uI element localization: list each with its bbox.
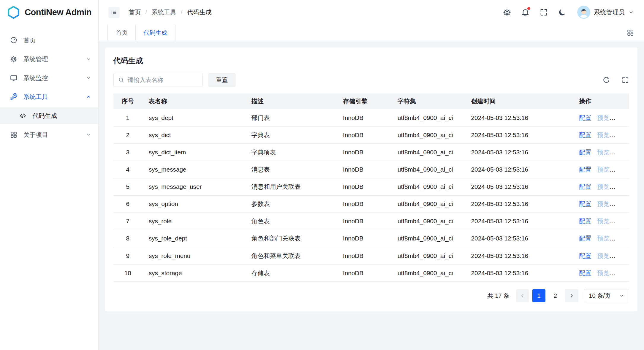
sidebar-item-system-monitor[interactable]: 系统监控 [0,70,98,86]
cell-no: 4 [113,161,142,178]
action-configure-link[interactable]: 配置 [579,114,591,121]
sidebar-item-code-generation[interactable]: 代码生成 [0,107,98,124]
pagination-prev-button[interactable] [516,289,529,302]
breadcrumb-item-home[interactable]: 首页 [129,8,141,16]
app-window: ContiNew Admin 首页 系统管理 [0,0,644,350]
notification-dot [527,7,530,10]
action-generate-link[interactable]: 生成 [615,270,627,276]
settings-button[interactable] [502,8,511,17]
dark-mode-button[interactable] [558,8,567,17]
action-generate-link[interactable]: 生成 [615,252,627,259]
action-configure-link[interactable]: 配置 [579,132,591,138]
fullscreen-icon [539,8,548,17]
action-preview-link[interactable]: 预览 [597,149,609,156]
action-preview-link[interactable]: 预览 [597,183,609,190]
app-logo[interactable]: ContiNew Admin [0,0,98,25]
action-configure-link[interactable]: 配置 [579,200,591,207]
menu-fold-icon [110,9,118,16]
action-configure-link[interactable]: 配置 [579,252,591,259]
action-preview-link[interactable]: 预览 [597,270,609,276]
action-configure-link[interactable]: 配置 [579,183,591,190]
page-size-select[interactable]: 10 条/页 [584,289,629,302]
column-header: 字符集 [391,94,465,109]
cell-no: 7 [113,213,142,230]
cell-name: sys_dict [142,126,245,144]
user-menu[interactable]: 系统管理员 [577,6,634,19]
cell-desc: 消息和用户关联表 [245,178,336,195]
action-generate-link[interactable]: 生成 [615,114,627,121]
cell-charset: utf8mb4_0900_ai_ci [391,178,465,195]
toolbar: 重置 [113,73,629,87]
action-preview-link[interactable]: 预览 [597,132,609,138]
cell-name: sys_message_user [142,178,245,195]
table-container: 序号表名称描述存储引擎字符集创建时间操作 1sys_dept部门表InnoDBu… [113,94,629,282]
sidebar-item-system-management[interactable]: 系统管理 [0,51,98,67]
page-title: 代码生成 [113,56,629,66]
fullscreen-button[interactable] [539,8,548,17]
action-generate-link[interactable]: 生成 [615,149,627,156]
user-name: 系统管理员 [594,8,625,16]
cell-charset: utf8mb4_0900_ai_ci [391,161,465,178]
action-generate-link[interactable]: 生成 [615,200,627,207]
sidebar-item-home[interactable]: 首页 [0,32,98,48]
tab-code-generation[interactable]: 代码生成 [136,25,175,41]
monitor-icon [10,74,18,82]
cell-engine: InnoDB [336,109,391,126]
action-configure-link[interactable]: 配置 [579,149,591,156]
pagination-page-1[interactable]: 1 [532,289,545,302]
table-row: 5sys_message_user消息和用户关联表InnoDButf8mb4_0… [113,178,629,195]
cell-engine: InnoDB [336,178,391,195]
tab-bar: 首页 代码生成 [99,25,644,41]
tabs: 首页 代码生成 [107,25,175,41]
cell-desc: 消息表 [245,161,336,178]
action-preview-link[interactable]: 预览 [597,218,609,224]
action-preview-link[interactable]: 预览 [597,235,609,242]
action-generate-link[interactable]: 生成 [615,218,627,224]
action-generate-link[interactable]: 生成 [615,132,627,138]
table-body: 1sys_dept部门表InnoDButf8mb4_0900_ai_ci2024… [113,109,629,282]
action-generate-link[interactable]: 生成 [615,183,627,190]
notifications-button[interactable] [521,8,530,17]
top-bar: 首页 / 系统工具 / 代码生成 [99,0,644,25]
cell-created: 2024-05-03 12:53:16 [464,213,572,230]
tab-home[interactable]: 首页 [108,25,136,41]
breadcrumb-item-system-tools[interactable]: 系统工具 [152,8,176,16]
avatar [577,6,590,19]
sidebar-collapse-button[interactable] [108,7,119,18]
refresh-button[interactable] [602,76,610,84]
action-preview-link[interactable]: 预览 [597,166,609,173]
action-preview-link[interactable]: 预览 [597,200,609,207]
action-preview-link[interactable]: 预览 [597,114,609,121]
table-row: 8sys_role_dept角色和部门关联表InnoDButf8mb4_0900… [113,230,629,247]
action-configure-link[interactable]: 配置 [579,235,591,242]
reset-button[interactable]: 重置 [208,73,236,87]
app-title: ContiNew Admin [25,7,91,17]
refresh-icon [602,76,610,84]
cell-created: 2024-05-03 12:53:16 [464,247,572,264]
tool-icon [10,93,18,101]
action-preview-link[interactable]: 预览 [597,252,609,259]
sidebar-item-about-project[interactable]: 关于项目 [0,126,98,143]
pagination-total: 共 17 条 [488,292,509,300]
action-configure-link[interactable]: 配置 [579,166,591,173]
sidebar-item-system-tools[interactable]: 系统工具 [0,89,98,105]
pagination-page-2[interactable]: 2 [549,289,562,302]
action-generate-link[interactable]: 生成 [615,235,627,242]
pagination-next-button[interactable] [565,289,578,302]
expand-button[interactable] [621,76,629,84]
table-header: 序号表名称描述存储引擎字符集创建时间操作 [113,94,629,109]
cell-no: 9 [113,247,142,264]
cell-charset: utf8mb4_0900_ai_ci [391,230,465,247]
action-generate-link[interactable]: 生成 [615,166,627,173]
search-input[interactable] [128,77,199,83]
pagination: 共 17 条 1 2 10 条/页 [113,289,629,302]
table-row: 2sys_dict字典表InnoDButf8mb4_0900_ai_ci2024… [113,126,629,144]
cell-engine: InnoDB [336,161,391,178]
action-configure-link[interactable]: 配置 [579,270,591,276]
table-row: 7sys_role角色表InnoDButf8mb4_0900_ai_ci2024… [113,213,629,230]
tab-actions-button[interactable] [626,29,634,37]
action-configure-link[interactable]: 配置 [579,218,591,224]
top-bar-actions: 系统管理员 [502,6,634,19]
chevron-down-icon [86,132,92,138]
logo-icon [7,5,20,19]
